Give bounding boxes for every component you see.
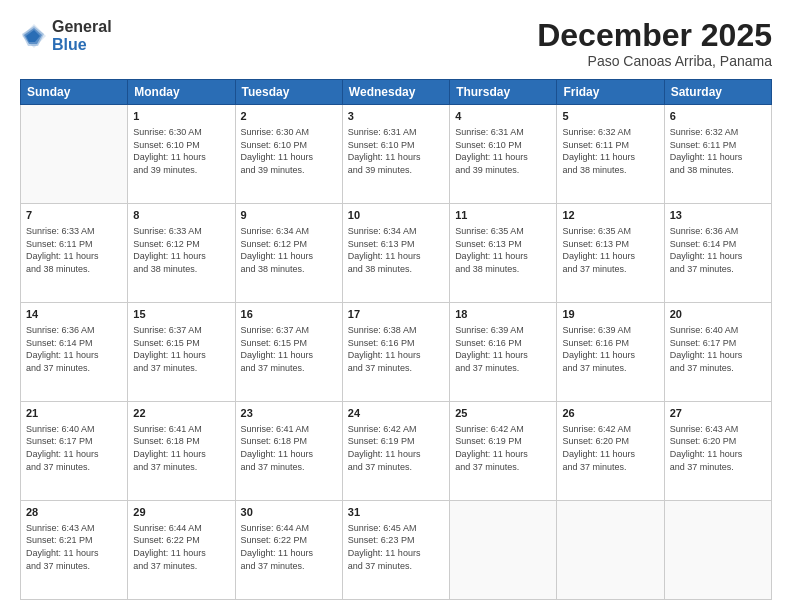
calendar-week-2: 7Sunrise: 6:33 AMSunset: 6:11 PMDaylight… bbox=[21, 204, 772, 303]
calendar-cell: 2Sunrise: 6:30 AMSunset: 6:10 PMDaylight… bbox=[235, 105, 342, 204]
day-info: Sunrise: 6:36 AMSunset: 6:14 PMDaylight:… bbox=[26, 324, 122, 374]
calendar-cell: 28Sunrise: 6:43 AMSunset: 6:21 PMDayligh… bbox=[21, 501, 128, 600]
col-wednesday: Wednesday bbox=[342, 80, 449, 105]
calendar-cell: 21Sunrise: 6:40 AMSunset: 6:17 PMDayligh… bbox=[21, 402, 128, 501]
day-info: Sunrise: 6:35 AMSunset: 6:13 PMDaylight:… bbox=[455, 225, 551, 275]
day-info: Sunrise: 6:42 AMSunset: 6:20 PMDaylight:… bbox=[562, 423, 658, 473]
day-info: Sunrise: 6:41 AMSunset: 6:18 PMDaylight:… bbox=[133, 423, 229, 473]
calendar-cell bbox=[21, 105, 128, 204]
calendar-cell: 17Sunrise: 6:38 AMSunset: 6:16 PMDayligh… bbox=[342, 303, 449, 402]
calendar-cell: 16Sunrise: 6:37 AMSunset: 6:15 PMDayligh… bbox=[235, 303, 342, 402]
day-number: 2 bbox=[241, 109, 337, 124]
day-number: 25 bbox=[455, 406, 551, 421]
calendar-cell: 26Sunrise: 6:42 AMSunset: 6:20 PMDayligh… bbox=[557, 402, 664, 501]
calendar-cell: 24Sunrise: 6:42 AMSunset: 6:19 PMDayligh… bbox=[342, 402, 449, 501]
logo-general: General bbox=[52, 18, 112, 36]
calendar-cell: 29Sunrise: 6:44 AMSunset: 6:22 PMDayligh… bbox=[128, 501, 235, 600]
calendar-cell: 13Sunrise: 6:36 AMSunset: 6:14 PMDayligh… bbox=[664, 204, 771, 303]
calendar-cell: 9Sunrise: 6:34 AMSunset: 6:12 PMDaylight… bbox=[235, 204, 342, 303]
day-number: 21 bbox=[26, 406, 122, 421]
calendar-cell: 25Sunrise: 6:42 AMSunset: 6:19 PMDayligh… bbox=[450, 402, 557, 501]
title-block: December 2025 Paso Canoas Arriba, Panama bbox=[537, 18, 772, 69]
calendar-cell: 19Sunrise: 6:39 AMSunset: 6:16 PMDayligh… bbox=[557, 303, 664, 402]
logo-blue: Blue bbox=[52, 36, 112, 54]
day-number: 10 bbox=[348, 208, 444, 223]
day-number: 17 bbox=[348, 307, 444, 322]
calendar-week-1: 1Sunrise: 6:30 AMSunset: 6:10 PMDaylight… bbox=[21, 105, 772, 204]
day-info: Sunrise: 6:36 AMSunset: 6:14 PMDaylight:… bbox=[670, 225, 766, 275]
calendar-cell: 4Sunrise: 6:31 AMSunset: 6:10 PMDaylight… bbox=[450, 105, 557, 204]
day-info: Sunrise: 6:43 AMSunset: 6:20 PMDaylight:… bbox=[670, 423, 766, 473]
day-number: 19 bbox=[562, 307, 658, 322]
month-title: December 2025 bbox=[537, 18, 772, 53]
header: General Blue December 2025 Paso Canoas A… bbox=[20, 18, 772, 69]
calendar-header-row: Sunday Monday Tuesday Wednesday Thursday… bbox=[21, 80, 772, 105]
day-number: 22 bbox=[133, 406, 229, 421]
day-info: Sunrise: 6:40 AMSunset: 6:17 PMDaylight:… bbox=[26, 423, 122, 473]
day-number: 28 bbox=[26, 505, 122, 520]
day-info: Sunrise: 6:41 AMSunset: 6:18 PMDaylight:… bbox=[241, 423, 337, 473]
day-info: Sunrise: 6:43 AMSunset: 6:21 PMDaylight:… bbox=[26, 522, 122, 572]
calendar-cell: 18Sunrise: 6:39 AMSunset: 6:16 PMDayligh… bbox=[450, 303, 557, 402]
calendar-cell: 8Sunrise: 6:33 AMSunset: 6:12 PMDaylight… bbox=[128, 204, 235, 303]
calendar-cell: 3Sunrise: 6:31 AMSunset: 6:10 PMDaylight… bbox=[342, 105, 449, 204]
day-info: Sunrise: 6:34 AMSunset: 6:12 PMDaylight:… bbox=[241, 225, 337, 275]
calendar-cell: 6Sunrise: 6:32 AMSunset: 6:11 PMDaylight… bbox=[664, 105, 771, 204]
day-info: Sunrise: 6:40 AMSunset: 6:17 PMDaylight:… bbox=[670, 324, 766, 374]
day-number: 26 bbox=[562, 406, 658, 421]
day-info: Sunrise: 6:37 AMSunset: 6:15 PMDaylight:… bbox=[241, 324, 337, 374]
calendar-cell: 7Sunrise: 6:33 AMSunset: 6:11 PMDaylight… bbox=[21, 204, 128, 303]
day-number: 24 bbox=[348, 406, 444, 421]
calendar-cell: 22Sunrise: 6:41 AMSunset: 6:18 PMDayligh… bbox=[128, 402, 235, 501]
day-info: Sunrise: 6:42 AMSunset: 6:19 PMDaylight:… bbox=[348, 423, 444, 473]
day-info: Sunrise: 6:37 AMSunset: 6:15 PMDaylight:… bbox=[133, 324, 229, 374]
day-number: 23 bbox=[241, 406, 337, 421]
col-tuesday: Tuesday bbox=[235, 80, 342, 105]
day-number: 31 bbox=[348, 505, 444, 520]
calendar-cell: 31Sunrise: 6:45 AMSunset: 6:23 PMDayligh… bbox=[342, 501, 449, 600]
calendar-cell: 12Sunrise: 6:35 AMSunset: 6:13 PMDayligh… bbox=[557, 204, 664, 303]
day-number: 4 bbox=[455, 109, 551, 124]
day-info: Sunrise: 6:34 AMSunset: 6:13 PMDaylight:… bbox=[348, 225, 444, 275]
day-number: 13 bbox=[670, 208, 766, 223]
day-number: 27 bbox=[670, 406, 766, 421]
page: General Blue December 2025 Paso Canoas A… bbox=[0, 0, 792, 612]
day-number: 12 bbox=[562, 208, 658, 223]
day-info: Sunrise: 6:30 AMSunset: 6:10 PMDaylight:… bbox=[241, 126, 337, 176]
day-number: 8 bbox=[133, 208, 229, 223]
calendar-cell: 11Sunrise: 6:35 AMSunset: 6:13 PMDayligh… bbox=[450, 204, 557, 303]
calendar-cell: 14Sunrise: 6:36 AMSunset: 6:14 PMDayligh… bbox=[21, 303, 128, 402]
col-friday: Friday bbox=[557, 80, 664, 105]
day-number: 15 bbox=[133, 307, 229, 322]
day-info: Sunrise: 6:33 AMSunset: 6:11 PMDaylight:… bbox=[26, 225, 122, 275]
calendar-cell: 20Sunrise: 6:40 AMSunset: 6:17 PMDayligh… bbox=[664, 303, 771, 402]
col-saturday: Saturday bbox=[664, 80, 771, 105]
calendar-cell bbox=[557, 501, 664, 600]
day-info: Sunrise: 6:30 AMSunset: 6:10 PMDaylight:… bbox=[133, 126, 229, 176]
day-number: 3 bbox=[348, 109, 444, 124]
calendar-week-3: 14Sunrise: 6:36 AMSunset: 6:14 PMDayligh… bbox=[21, 303, 772, 402]
calendar-cell bbox=[450, 501, 557, 600]
logo: General Blue bbox=[20, 18, 112, 53]
day-number: 29 bbox=[133, 505, 229, 520]
calendar-cell: 10Sunrise: 6:34 AMSunset: 6:13 PMDayligh… bbox=[342, 204, 449, 303]
day-number: 9 bbox=[241, 208, 337, 223]
day-info: Sunrise: 6:31 AMSunset: 6:10 PMDaylight:… bbox=[348, 126, 444, 176]
day-number: 18 bbox=[455, 307, 551, 322]
subtitle: Paso Canoas Arriba, Panama bbox=[537, 53, 772, 69]
day-info: Sunrise: 6:35 AMSunset: 6:13 PMDaylight:… bbox=[562, 225, 658, 275]
calendar-cell bbox=[664, 501, 771, 600]
day-number: 20 bbox=[670, 307, 766, 322]
calendar-week-5: 28Sunrise: 6:43 AMSunset: 6:21 PMDayligh… bbox=[21, 501, 772, 600]
day-number: 11 bbox=[455, 208, 551, 223]
calendar-cell: 30Sunrise: 6:44 AMSunset: 6:22 PMDayligh… bbox=[235, 501, 342, 600]
day-info: Sunrise: 6:42 AMSunset: 6:19 PMDaylight:… bbox=[455, 423, 551, 473]
calendar-cell: 15Sunrise: 6:37 AMSunset: 6:15 PMDayligh… bbox=[128, 303, 235, 402]
day-info: Sunrise: 6:39 AMSunset: 6:16 PMDaylight:… bbox=[455, 324, 551, 374]
day-number: 6 bbox=[670, 109, 766, 124]
day-info: Sunrise: 6:45 AMSunset: 6:23 PMDaylight:… bbox=[348, 522, 444, 572]
day-info: Sunrise: 6:38 AMSunset: 6:16 PMDaylight:… bbox=[348, 324, 444, 374]
day-number: 16 bbox=[241, 307, 337, 322]
day-number: 7 bbox=[26, 208, 122, 223]
col-sunday: Sunday bbox=[21, 80, 128, 105]
